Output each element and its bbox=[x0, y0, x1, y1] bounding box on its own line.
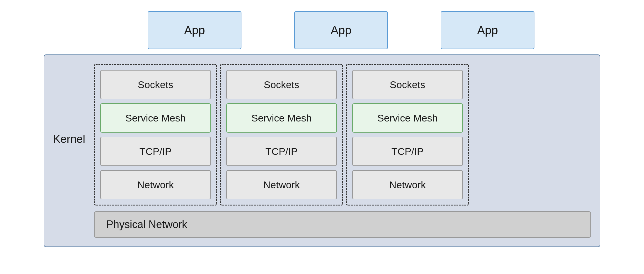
kernel-label: Kernel bbox=[53, 133, 85, 169]
kernel-inner: SocketsService MeshTCP/IPNetworkSocketsS… bbox=[94, 64, 591, 238]
app-box-1: App bbox=[294, 11, 388, 49]
pod-1-layer-2: TCP/IP bbox=[226, 137, 337, 166]
pod-0-layer-1: Service Mesh bbox=[100, 103, 211, 133]
pod-2: SocketsService MeshTCP/IPNetwork bbox=[346, 64, 469, 206]
pods-row: SocketsService MeshTCP/IPNetworkSocketsS… bbox=[94, 64, 591, 206]
pod-1-layer-3: Network bbox=[226, 170, 337, 199]
app-box-0: App bbox=[148, 11, 241, 49]
pod-0-layer-3: Network bbox=[100, 170, 211, 199]
pod-2-layer-2: TCP/IP bbox=[352, 137, 463, 166]
pod-0: SocketsService MeshTCP/IPNetwork bbox=[94, 64, 217, 206]
pod-2-layer-0: Sockets bbox=[352, 70, 463, 99]
app-box-2: App bbox=[441, 11, 534, 49]
pod-1-layer-0: Sockets bbox=[226, 70, 337, 99]
pod-2-layer-3: Network bbox=[352, 170, 463, 199]
pod-1: SocketsService MeshTCP/IPNetwork bbox=[220, 64, 343, 206]
apps-row: AppAppApp bbox=[44, 11, 600, 49]
pod-0-layer-0: Sockets bbox=[100, 70, 211, 99]
diagram: AppAppApp Kernel SocketsService MeshTCP/… bbox=[44, 11, 600, 263]
kernel-block: Kernel SocketsService MeshTCP/IPNetworkS… bbox=[44, 54, 600, 247]
pod-1-layer-1: Service Mesh bbox=[226, 103, 337, 133]
pod-0-layer-2: TCP/IP bbox=[100, 137, 211, 166]
pod-2-layer-1: Service Mesh bbox=[352, 103, 463, 133]
physical-network: Physical Network bbox=[94, 211, 591, 238]
